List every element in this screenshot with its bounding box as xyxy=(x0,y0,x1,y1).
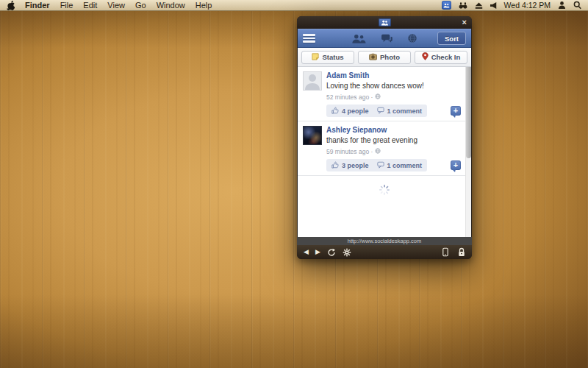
socialdesk-menubar-icon[interactable] xyxy=(442,1,451,10)
add-comment-button[interactable]: + xyxy=(451,160,461,170)
menu-item-go[interactable]: Go xyxy=(135,0,146,11)
status-note-icon xyxy=(312,53,319,62)
checkin-button[interactable]: Check In xyxy=(415,51,467,64)
comment-bubble-icon xyxy=(377,107,384,116)
feed-divider xyxy=(298,175,471,176)
post-timestamp: 52 minutes ago · xyxy=(326,93,373,101)
composer-bar: Status Photo Check In xyxy=(298,48,471,67)
likes-button[interactable]: 3 people xyxy=(331,161,369,170)
friends-icon[interactable] xyxy=(351,34,366,43)
comments-count: 1 comment xyxy=(387,107,423,115)
menu-item-help[interactable]: Help xyxy=(196,0,212,11)
hamburger-menu-icon[interactable] xyxy=(303,32,315,44)
close-button[interactable]: × xyxy=(462,17,467,28)
mobile-device-icon[interactable] xyxy=(442,247,448,257)
thumb-up-icon xyxy=(331,107,339,116)
volume-icon[interactable] xyxy=(490,1,497,10)
news-feed: Adam Smith Loving the show dances wow! 5… xyxy=(298,67,471,237)
menu-item-edit[interactable]: Edit xyxy=(83,0,97,11)
menu-item-finder[interactable]: Finder xyxy=(25,0,50,11)
privacy-globe-icon xyxy=(375,93,381,101)
menu-item-window[interactable]: Window xyxy=(157,0,185,11)
menu-bar: Finder File Edit View Go Window Help Wed… xyxy=(0,0,588,11)
avatar-ashley-siepanow[interactable] xyxy=(303,126,322,145)
comments-button[interactable]: 1 comment xyxy=(377,161,423,170)
desktop-wallpaper: Finder File Edit View Go Window Help Wed… xyxy=(0,0,588,368)
post-actions: 3 people 1 comment + xyxy=(326,159,461,171)
post-meta: 59 minutes ago · xyxy=(326,148,461,155)
menu-bar-clock[interactable]: Wed 4:12 PM xyxy=(504,1,551,10)
post-meta: 52 minutes ago · xyxy=(326,93,461,101)
post-stats-pill: 4 people 1 comment xyxy=(326,105,427,117)
back-button[interactable]: ◀ xyxy=(304,245,309,259)
add-comment-button[interactable]: + xyxy=(451,106,461,116)
privacy-globe-icon xyxy=(375,148,381,155)
loading-spinner-icon xyxy=(379,184,390,196)
menu-item-view[interactable]: View xyxy=(107,0,125,11)
user-switch-icon[interactable] xyxy=(558,1,566,10)
thumb-up-icon xyxy=(331,161,339,170)
scrollbar-track[interactable] xyxy=(465,67,471,237)
menu-item-file[interactable]: File xyxy=(60,0,74,11)
settings-gear-icon[interactable] xyxy=(343,248,351,257)
post-stats-pill: 3 people 1 comment xyxy=(326,159,427,171)
bottom-toolbar-right xyxy=(442,247,465,257)
post-adam-smith: Adam Smith Loving the show dances wow! 5… xyxy=(298,67,471,121)
refresh-button[interactable] xyxy=(327,248,336,257)
post-message: Loving the show dances wow! xyxy=(326,81,461,91)
photo-button[interactable]: Photo xyxy=(358,51,411,64)
menu-bar-left: Finder File Edit View Go Window Help xyxy=(7,0,212,10)
post-body: Adam Smith Loving the show dances wow! 5… xyxy=(326,71,461,117)
post-message: thanks for the great evening xyxy=(326,135,461,145)
notifications-globe-icon[interactable] xyxy=(407,33,417,43)
likes-count: 3 people xyxy=(342,162,369,169)
binoculars-icon[interactable] xyxy=(459,1,467,10)
scrollbar-thumb[interactable] xyxy=(466,67,471,158)
bottom-toolbar: ◀ ▶ xyxy=(297,245,472,259)
photo-button-label: Photo xyxy=(380,53,400,61)
window-title-bar[interactable]: × xyxy=(297,16,472,29)
eject-icon[interactable] xyxy=(475,1,483,10)
spotlight-search-icon[interactable] xyxy=(573,1,581,10)
post-body: Ashley Siepanow thanks for the great eve… xyxy=(326,126,461,171)
comments-button[interactable]: 1 comment xyxy=(377,107,423,116)
forward-button[interactable]: ▶ xyxy=(315,245,320,259)
menu-bar-status-area: Wed 4:12 PM xyxy=(442,0,581,10)
checkin-button-label: Check In xyxy=(431,53,461,61)
checkin-pin-icon xyxy=(422,52,429,62)
post-timestamp: 59 minutes ago · xyxy=(326,148,373,155)
status-button-label: Status xyxy=(322,53,343,61)
sort-button[interactable]: Sort xyxy=(437,32,466,45)
likes-count: 4 people xyxy=(342,107,369,115)
post-ashley-siepanow: Ashley Siepanow thanks for the great eve… xyxy=(298,121,471,175)
socialdesk-window: × Sort Status xyxy=(297,16,472,259)
app-badge-icon xyxy=(379,18,391,26)
apple-menu-icon[interactable] xyxy=(7,1,15,10)
messages-icon[interactable] xyxy=(381,34,392,43)
status-url-bar: http://www.socialdeskapp.com xyxy=(297,237,472,245)
photo-camera-icon xyxy=(369,53,377,62)
post-author[interactable]: Ashley Siepanow xyxy=(326,126,461,135)
comments-count: 1 comment xyxy=(387,162,423,169)
status-button[interactable]: Status xyxy=(301,51,354,64)
post-author[interactable]: Adam Smith xyxy=(326,71,461,80)
comment-bubble-icon xyxy=(377,161,384,170)
lock-icon[interactable] xyxy=(458,247,465,257)
likes-button[interactable]: 4 people xyxy=(331,107,369,116)
facebook-toolbar: Sort xyxy=(298,29,471,48)
post-actions: 4 people 1 comment + xyxy=(326,105,461,117)
avatar-adam-smith[interactable] xyxy=(303,71,322,91)
